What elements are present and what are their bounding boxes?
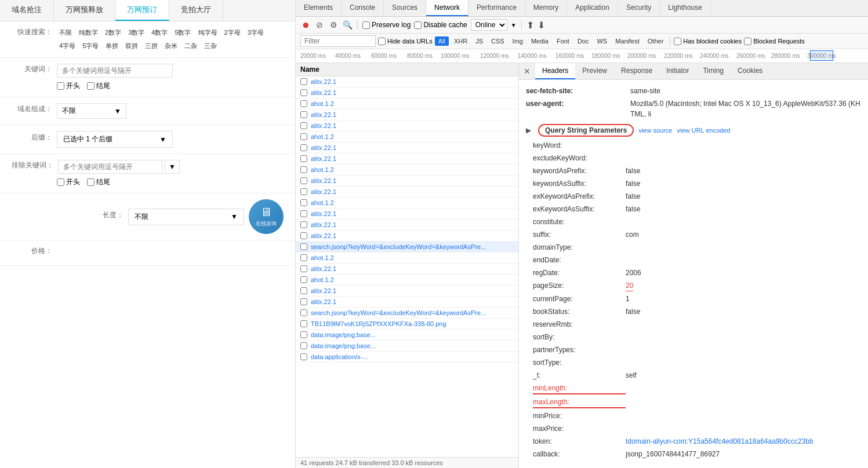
detail-close-button[interactable]: ✕	[519, 64, 535, 78]
dt-tab-security[interactable]: Security	[618, 0, 660, 16]
file-checkbox[interactable]	[300, 298, 307, 305]
tag-5num[interactable]: 5数字	[172, 27, 193, 38]
file-row[interactable]: alitx.22.1	[296, 187, 518, 198]
filter-js-btn[interactable]: JS	[473, 36, 486, 46]
file-row[interactable]: search.jsonp?keyWord=&excludeKeyWord=&ke…	[296, 242, 518, 253]
filter-other-btn[interactable]: Other	[645, 36, 667, 46]
file-checkbox[interactable]	[300, 133, 307, 140]
filter-ws-btn[interactable]: WS	[594, 36, 610, 46]
file-checkbox[interactable]	[300, 320, 307, 327]
tab-yuminqiangzhu[interactable]: 域名抢注	[0, 0, 54, 21]
file-row[interactable]: TB11B9lM7voK1RjSZPfXXXPKFXa-338-80.png	[296, 319, 518, 330]
suffix-select[interactable]: 已选中 1 个后缀 ▼	[57, 131, 173, 148]
tag-triple-pin[interactable]: 三拼	[143, 41, 160, 52]
tag-single-pin[interactable]: 单拼	[103, 41, 121, 52]
file-row[interactable]: ahot.1.2	[296, 98, 518, 109]
exclude-arrow-btn[interactable]: ▼	[165, 160, 180, 174]
upload-button[interactable]: ⬆	[526, 20, 534, 31]
file-row[interactable]: ahot.1.2	[296, 198, 518, 209]
file-checkbox[interactable]	[300, 276, 307, 283]
file-checkbox[interactable]	[300, 122, 307, 129]
file-row[interactable]: ahot.1.2	[296, 131, 518, 142]
file-checkbox[interactable]	[300, 265, 307, 272]
file-row[interactable]: alitx.22.1	[296, 120, 518, 131]
dt-tab-network[interactable]: Network	[426, 0, 468, 16]
file-row[interactable]: alitx.22.1	[296, 176, 518, 187]
tag-3num[interactable]: 3数字	[126, 27, 147, 38]
file-checkbox[interactable]	[300, 89, 307, 96]
domain-compose-select[interactable]: 不限 ▼	[57, 103, 126, 119]
exclude-start-checkbox[interactable]: 开头	[57, 177, 80, 187]
disable-cache-label[interactable]: Disable cache	[414, 21, 467, 29]
file-checkbox[interactable]	[300, 188, 307, 195]
tag-2num[interactable]: 2数字	[103, 27, 124, 38]
tag-4num[interactable]: 4数字	[149, 27, 170, 38]
tag-zami[interactable]: 杂米	[162, 41, 180, 52]
tab-jingpaiting[interactable]: 竞拍大厅	[169, 0, 223, 21]
filter-manifest-btn[interactable]: Manifest	[612, 36, 642, 46]
file-checkbox[interactable]	[300, 221, 307, 228]
online-select[interactable]: Online	[471, 19, 507, 31]
tag-sanzami[interactable]: 三杂	[202, 41, 219, 52]
file-checkbox[interactable]	[300, 210, 307, 217]
view-url-encoded-link[interactable]: view URL encoded	[677, 127, 730, 134]
end-checkbox-input[interactable]	[87, 82, 95, 90]
search-button[interactable]: 🔍	[342, 20, 353, 30]
tag-erzami[interactable]: 二杂	[182, 41, 199, 52]
view-source-link[interactable]: view source	[638, 127, 672, 134]
record-button[interactable]: ⏺	[300, 20, 311, 30]
detail-tab-timing[interactable]: Timing	[696, 63, 731, 79]
detail-tab-response[interactable]: Response	[614, 63, 659, 79]
stop-button[interactable]: ⊘	[314, 20, 325, 30]
file-checkbox[interactable]	[300, 177, 307, 184]
file-row[interactable]: alitx.22.1	[296, 264, 518, 275]
file-checkbox[interactable]	[300, 166, 307, 173]
qs-toggle[interactable]: ▶	[526, 126, 531, 134]
end-checkbox[interactable]: 结尾	[87, 81, 110, 91]
tag-5letter[interactable]: 5字母	[80, 41, 101, 52]
filter-all-btn[interactable]: All	[435, 36, 449, 46]
dt-tab-elements[interactable]: Elements	[296, 0, 342, 16]
file-checkbox[interactable]	[300, 287, 307, 294]
file-row[interactable]: alitx.22.1	[296, 286, 518, 297]
file-row[interactable]: data:image/png;base...	[296, 330, 518, 341]
exclude-end-checkbox[interactable]: 结尾	[87, 177, 110, 187]
length-select[interactable]: 不限 ▼	[128, 209, 244, 225]
file-checkbox[interactable]	[300, 78, 307, 85]
tag-unlimited[interactable]: 不限	[57, 27, 74, 38]
hide-data-urls-label[interactable]: Hide data URLs	[378, 38, 433, 45]
dt-tab-lighthouse[interactable]: Lighthouse	[660, 0, 711, 16]
tag-3letter[interactable]: 3字母	[245, 27, 266, 38]
file-checkbox[interactable]	[300, 309, 307, 316]
chat-button[interactable]: 🖥 在线咨询	[249, 199, 284, 234]
file-row[interactable]: alitx.22.1	[296, 87, 518, 98]
file-row[interactable]: data:image/png;base...	[296, 341, 518, 352]
detail-tab-headers[interactable]: Headers	[535, 63, 575, 79]
tag-2letter[interactable]: 2字母	[222, 27, 243, 38]
has-blocked-label[interactable]: Has blocked cookies	[674, 38, 742, 45]
dt-tab-console[interactable]: Console	[342, 0, 384, 16]
detail-tab-preview[interactable]: Preview	[575, 63, 614, 79]
tab-wanwangyushifang[interactable]: 万网预释放	[54, 0, 115, 21]
file-checkbox[interactable]	[300, 100, 307, 107]
dt-tab-sources[interactable]: Sources	[384, 0, 426, 16]
filter-button[interactable]: ⚙	[328, 20, 339, 30]
file-row[interactable]: alitx.22.1	[296, 209, 518, 220]
file-row[interactable]: alitx.22.1	[296, 297, 518, 308]
start-checkbox[interactable]: 开头	[57, 81, 80, 91]
detail-tab-initiator[interactable]: Initiator	[659, 63, 696, 79]
file-checkbox[interactable]	[300, 254, 307, 261]
file-row[interactable]: ahot.1.2	[296, 164, 518, 176]
file-row[interactable]: data:application/x-...	[296, 352, 518, 363]
tab-wanwangyuding[interactable]: 万网预订	[115, 0, 169, 21]
file-checkbox[interactable]	[300, 342, 307, 349]
detail-tab-cookies[interactable]: Cookies	[731, 63, 769, 79]
file-row[interactable]: alitx.22.1	[296, 220, 518, 231]
file-checkbox[interactable]	[300, 199, 307, 206]
file-checkbox[interactable]	[300, 232, 307, 239]
file-row[interactable]: alitx.22.1	[296, 153, 518, 164]
timeline-indicator[interactable]	[810, 50, 833, 61]
hide-data-urls-checkbox[interactable]	[378, 38, 386, 45]
file-row[interactable]: search.jsonp?keyWord=&excludeKeyWord=&ke…	[296, 308, 518, 319]
filter-doc-btn[interactable]: Doc	[575, 36, 592, 46]
